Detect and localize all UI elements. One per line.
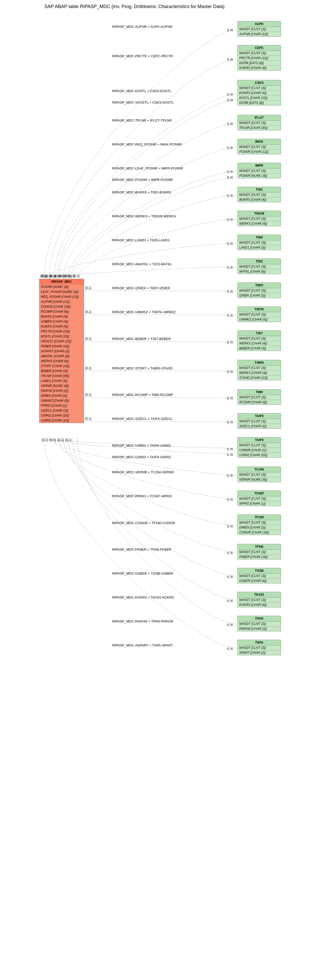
relationship-label: {0,1} (50, 274, 56, 278)
main-field: WERKS [CHAR (4)] (39, 359, 84, 364)
relationship-label: RIPASP_MDC-UMWKZ = T087K-UMWKZ (112, 310, 176, 314)
target-entity-box: T005MANDT [CLNT (3)]LAND1 [CHAR (3)] (237, 235, 281, 250)
main-field: KOKRS [CHAR (4)] (39, 324, 84, 329)
relationship-label: RIPASP_MDC-TPLNR = IFLOT-TPLNR (112, 118, 172, 123)
target-entity-box: CEPCMANDT [CLNT (3)]PRCTR [CHAR (10)]DAT… (237, 45, 281, 70)
relationship-label: RIPASP_MDC-SIZECL = TAIF5-SIZECL (112, 417, 173, 421)
relationship-label: 0..N (227, 575, 233, 579)
relationship-label: 0..N (227, 551, 233, 555)
target-entity-name: T499S (238, 360, 281, 366)
target-field: MANDT [CLNT (3)] (238, 472, 281, 477)
target-field: MATKL [CHAR (9)] (238, 269, 281, 274)
target-entity-box: T087IMANDT [CLNT (3)]IZWEK [CHAR (2)] (237, 283, 281, 298)
relationship-label: RIPASP_MDC-USR03 = TAIF9-USR02 (112, 455, 171, 459)
target-field: MANDT [CLNT (3)] (238, 496, 281, 501)
target-entity-name: TAIF5 (238, 414, 281, 419)
er-diagram: RIPASP_MDC POSNR [NUMC (8)]LEAF_POSNR [N… (3, 12, 314, 975)
relationship-label: 0..N (227, 242, 233, 245)
relationship-label: 0..N (227, 58, 233, 62)
target-entity-box: AUFKMANDT [CLNT (3)]AUFNR [CHAR (12)] (237, 21, 281, 37)
target-entity-box: TCN07MANDT [CLNT (3)]NPRIO [CHAR (1)] (237, 490, 281, 506)
main-field: SIZECL [CHAR (2)] (39, 408, 84, 413)
target-entity-box: IMAKMANDT [CLNT (3)]POSNR [CHAR (12)] (237, 139, 281, 154)
target-field: USRNR [CHAR (1)] (238, 448, 281, 453)
main-field: UMWKZ [CHAR (5)] (39, 398, 84, 403)
main-field: TPLNR [CHAR (30)] (39, 374, 84, 379)
relationship-label: RIPASP_MDC-POSNR = IMPR-POSNR (112, 178, 173, 182)
relationship-label: 0..N (227, 194, 233, 197)
relationship-label: 0..N (227, 447, 233, 451)
target-entity-box: IMPRMANDT [CLNT (3)]POSNR [NUMC (8)] (237, 163, 281, 178)
relationship-label: {0,1} (85, 366, 91, 370)
target-field: KOKRS [CHAR (4)] (238, 65, 281, 70)
main-field: USR02 [CHAR (10)] (39, 413, 84, 418)
main-field: VERNR [NUMC (8)] (39, 383, 84, 388)
target-field: WERKS [CHAR (4)] (238, 371, 281, 375)
target-entity-box: T001MANDT [CLNT (3)]BUKRS [CHAR (4)] (237, 187, 281, 202)
target-entity-name: TFKB (238, 544, 281, 550)
main-field: REQ_POSNR [CHAR (12)] (39, 294, 84, 299)
relationship-label: RIPASP_MDC-PPRIO = TCN07-NPRIO (112, 494, 172, 498)
main-field: FKBER [CHAR (16)] (39, 344, 84, 349)
relationship-label: 0..N (227, 176, 233, 180)
relationship-label: RIPASP_MDC-ASPART = TSPA-SPART (112, 643, 173, 647)
relationship-label: 0..N (227, 498, 233, 501)
main-field: LAND1 [CHAR (3)] (39, 379, 84, 383)
target-field: VERNR [NUMC (8)] (238, 477, 281, 482)
main-field: BUKRS [CHAR (4)] (39, 314, 84, 319)
target-entity-box: T001WMANDT [CLNT (3)]WERKS [CHAR (4)] (237, 211, 281, 226)
target-field: DIMEN [CHAR (2)] (238, 525, 281, 530)
target-entity-box: IFLOTMANDT [CLNT (3)]TPLNR [CHAR (30)] (237, 115, 281, 130)
target-field: MANDT [CLNT (3)] (238, 520, 281, 525)
main-field: PPRIO [CHAR (1)] (39, 403, 84, 408)
relationship-label: RIPASP_MDC-AMATKL = T023-MATKL (112, 262, 172, 266)
main-field: KOSTL [CHAR (10)] (39, 334, 84, 339)
target-entity-box: TF180MANDT [CLNT (3)]DIMEN [CHAR (2)]CON… (237, 514, 281, 535)
main-field: BEBER [CHAR (3)] (39, 369, 84, 374)
relationship-label: 0..N (227, 420, 233, 424)
relationship-label: 0..N (227, 396, 233, 400)
target-entity-name: T001 (238, 187, 281, 192)
relationship-label: 0..N (227, 599, 233, 603)
target-field: KOSTL [CHAR (10)] (238, 95, 281, 100)
target-field: WERKS [CHAR (4)] (238, 341, 281, 346)
target-entity-box: T880MANDT [CLNT (3)]RCOMP [CHAR (6)] (237, 389, 281, 405)
relationship-label: {0,1} (85, 310, 91, 314)
relationship-label: 0..N (227, 647, 233, 651)
target-field: MANDT [CLNT (3)] (238, 145, 281, 150)
target-field: MANDT [CLNT (3)] (238, 366, 281, 371)
relationship-label: 0..N (227, 314, 233, 317)
relationship-label: RIPASP_MDC-PARVW = TPAR-PARVW (112, 619, 173, 623)
relationship-label: 0..N (227, 623, 233, 627)
target-field: IZWEK [CHAR (2)] (238, 293, 281, 298)
relationship-label: {0,1} (65, 274, 72, 278)
relationship-label: RIPASP_MDC-KOSTL = CSKS-KOSTL (112, 89, 171, 93)
page-title: SAP ABAP table RIPASP_MDC {Inv. Prog. Dr… (3, 4, 317, 10)
main-field: POSNR [NUMC (8)] (39, 285, 84, 290)
target-field: MANDT [CLNT (3)] (238, 443, 281, 448)
target-field: NPRIO [CHAR (1)] (238, 501, 281, 506)
target-entity-name: T005 (238, 235, 281, 240)
main-field: GSBER [CHAR (4)] (39, 319, 84, 324)
relationship-label: 0..N (227, 453, 233, 457)
target-entity-name: TPAR (238, 616, 281, 622)
target-field: SIZECL [CHAR (2)] (238, 424, 281, 428)
relationship-label: RIPASP_MDC-LAND1 = T005-LAND1 (112, 238, 170, 242)
relationship-label: RIPASP_MDC-VKOSTL = CSKS-KOSTL (112, 100, 174, 104)
target-field: MANDT [CLNT (3)] (238, 240, 281, 245)
target-entity-box: T023MANDT [CLNT (3)]MATKL [CHAR (9)] (237, 259, 281, 274)
main-field: USR03 [CHAR (10)] (39, 418, 84, 423)
relationship-label: 0..N (227, 370, 233, 374)
relationship-label: {0,1} (50, 438, 56, 442)
target-entity-box: T357MANDT [CLNT (3)]WERKS [CHAR (4)]BEBE… (237, 330, 281, 351)
target-entity-box: TKA01MANDT [CLNT (3)]KOKRS [CHAR (4)] (237, 592, 281, 608)
target-field: RCOMP [CHAR (6)] (238, 400, 281, 405)
main-field: ASPART [CHAR (2)] (39, 349, 84, 354)
target-field: MANDT [CLNT (3)] (238, 192, 281, 197)
relationship-label: {0,1} (42, 438, 48, 442)
target-field: SPART [CHAR (2)] (238, 651, 281, 655)
main-field: PARVW [CHAR (2)] (39, 388, 84, 393)
main-field: AUFNR [CHAR (12)] (39, 299, 84, 304)
target-field: MANDT [CLNT (3)] (238, 288, 281, 293)
target-entity-box: TSPAMANDT [CLNT (3)]SPART [CHAR (2)] (237, 640, 281, 655)
